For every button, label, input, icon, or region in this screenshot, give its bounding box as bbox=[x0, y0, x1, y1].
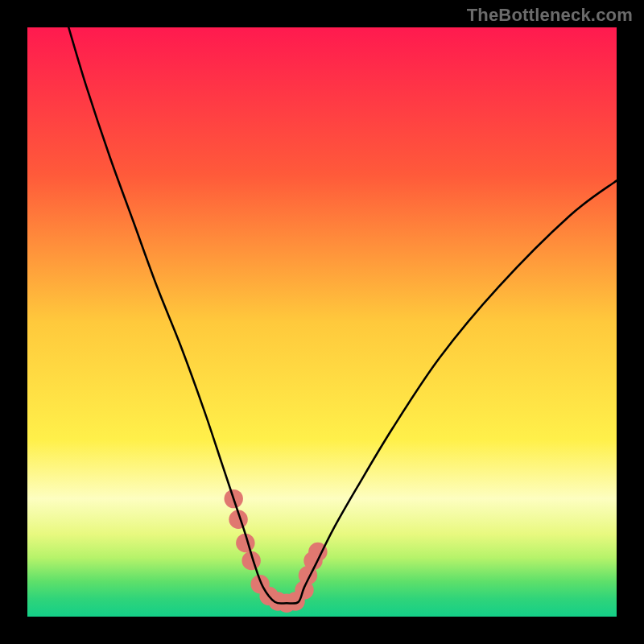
highlight-markers bbox=[224, 489, 327, 613]
plot-area bbox=[27, 27, 617, 617]
chart-frame: TheBottleneck.com bbox=[0, 0, 644, 644]
bottleneck-curve bbox=[68, 27, 617, 604]
watermark-text: TheBottleneck.com bbox=[467, 5, 633, 26]
chart-svg bbox=[27, 27, 617, 617]
